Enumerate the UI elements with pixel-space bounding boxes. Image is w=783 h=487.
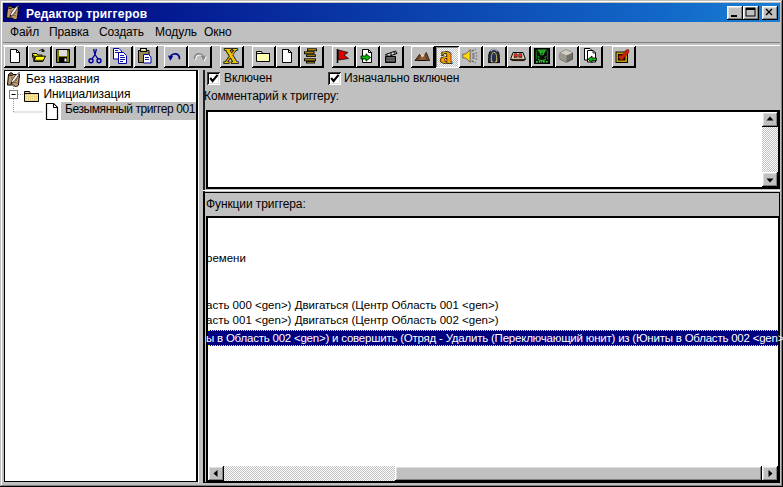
svg-text:a: a [440, 48, 452, 66]
svg-text:X: X [224, 47, 239, 65]
